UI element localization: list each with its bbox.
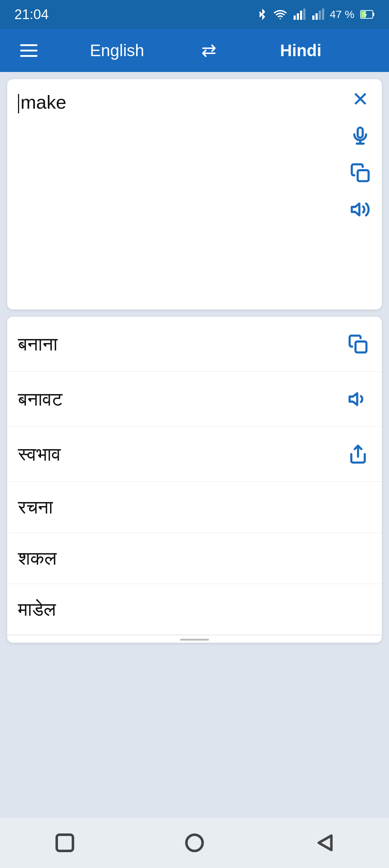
- translation-text-5: शकल: [18, 547, 57, 569]
- translation-item-2: बनावट: [7, 372, 382, 427]
- translation-text-6: माडेल: [18, 598, 56, 620]
- input-actions: ✕: [347, 86, 373, 222]
- square-nav-icon: [54, 832, 76, 854]
- share-icon: [348, 444, 368, 464]
- svg-rect-5: [316, 13, 318, 20]
- svg-point-20: [187, 835, 203, 851]
- translation-text-3: स्वभाव: [18, 443, 61, 465]
- speaker-icon: [350, 199, 370, 220]
- copy-input-button[interactable]: [347, 160, 373, 186]
- translation-item-1: बनाना: [7, 317, 382, 372]
- speaker-translation-icon: [348, 389, 368, 409]
- clear-button[interactable]: ✕: [347, 86, 373, 112]
- status-time: 21:04: [14, 7, 49, 22]
- back-button[interactable]: [306, 825, 342, 861]
- translation-item-3: स्वभाव: [7, 427, 382, 482]
- status-icons: 47 %: [256, 8, 375, 21]
- microphone-button[interactable]: [347, 123, 373, 149]
- speak-translation-2-button[interactable]: [345, 386, 371, 412]
- translation-item-4: रचना: [7, 482, 382, 533]
- signal2-icon: [311, 8, 324, 21]
- hamburger-line: [20, 50, 37, 51]
- back-nav-icon: [313, 832, 335, 854]
- svg-rect-3: [303, 9, 305, 20]
- cursor: [18, 94, 19, 113]
- translation-text-4: रचना: [18, 496, 53, 518]
- target-language[interactable]: Hindi: [227, 41, 375, 60]
- recent-apps-button[interactable]: [47, 825, 83, 861]
- translation-text-1: बनाना: [18, 333, 58, 355]
- close-icon: ✕: [352, 89, 369, 109]
- copy-translation-1-button[interactable]: [345, 331, 371, 357]
- bluetooth-icon: [256, 9, 268, 20]
- circle-nav-icon: [184, 832, 205, 854]
- battery-icon: [360, 9, 375, 19]
- nav-bar: [0, 818, 389, 868]
- battery-text: 47 %: [330, 8, 354, 21]
- copy-icon: [350, 163, 370, 183]
- svg-rect-4: [312, 15, 314, 20]
- svg-rect-2: [300, 11, 302, 20]
- copy-translation-icon: [348, 334, 368, 354]
- share-translation-3-button[interactable]: [345, 441, 371, 467]
- home-button[interactable]: [176, 825, 213, 861]
- signal-icon: [292, 8, 305, 21]
- menu-button[interactable]: [14, 36, 43, 65]
- svg-marker-21: [319, 836, 331, 850]
- input-text-display[interactable]: make: [18, 90, 371, 113]
- hamburger-line: [20, 44, 37, 46]
- more-indicator: [7, 635, 382, 643]
- svg-rect-1: [297, 13, 299, 20]
- svg-rect-11: [358, 128, 363, 138]
- svg-rect-7: [322, 9, 324, 20]
- status-bar: 21:04 47 %: [0, 0, 389, 29]
- input-value: make: [21, 92, 66, 113]
- toolbar: English ⇄ Hindi: [0, 29, 389, 72]
- svg-rect-19: [57, 835, 73, 851]
- translation-text-2: बनावट: [18, 388, 63, 410]
- wifi-icon: [274, 8, 287, 21]
- input-card: make ✕: [7, 79, 382, 309]
- main-content: make ✕: [0, 72, 389, 818]
- swap-icon: ⇄: [201, 40, 216, 61]
- output-card: बनाना बनावट स्वभाव: [7, 317, 382, 643]
- svg-rect-0: [294, 15, 296, 20]
- source-language[interactable]: English: [43, 41, 191, 60]
- translation-item-6: माडेल: [7, 584, 382, 635]
- microphone-icon: [350, 126, 370, 146]
- speak-input-button[interactable]: [347, 196, 373, 222]
- hamburger-line: [20, 55, 37, 57]
- svg-rect-6: [319, 11, 321, 20]
- svg-marker-17: [350, 393, 357, 405]
- svg-rect-9: [373, 13, 374, 16]
- svg-marker-15: [352, 204, 359, 216]
- swap-languages-button[interactable]: ⇄: [191, 40, 227, 61]
- svg-rect-16: [356, 342, 366, 352]
- translation-item-5: शकल: [7, 533, 382, 584]
- svg-rect-14: [358, 170, 368, 181]
- scroll-indicator: [180, 639, 209, 641]
